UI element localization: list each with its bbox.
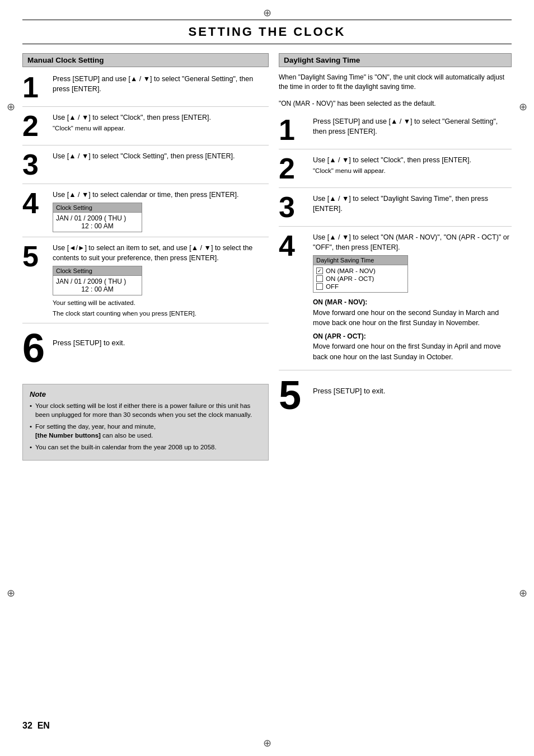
right-step-3-content: Use [▲ / ▼] to select "Daylight Saving T… (313, 192, 512, 214)
dst-option-1-label: ON (MAR - NOV) (326, 267, 376, 274)
dst-exp-1-label: ON (MAR - NOV): (313, 298, 367, 306)
note-item-2-bold: [the Number buttons] (35, 432, 101, 439)
reg-mark-top: ⊕ (263, 7, 271, 19)
dst-option-3: OFF (316, 283, 405, 290)
left-step-5-clock-body: JAN / 01 / 2009 ( THU ) 12 : 00 AM (53, 275, 142, 295)
dst-display-body: ON (MAR - NOV) ON (APR - OCT) OFF (313, 265, 407, 292)
left-step-5-after1: Your setting will be activated. (53, 298, 269, 308)
right-step-1-number: 1 (279, 115, 310, 144)
left-step-5-clock-header: Clock Setting (53, 266, 142, 275)
right-column: Daylight Saving Time When "Daylight Savi… (279, 53, 512, 424)
left-step-5-after2: The clock start counting when you press … (53, 309, 269, 318)
left-step-4-clock-line1: JAN / 01 / 2009 ( THU ) (56, 214, 139, 222)
left-step-3-text: Use [▲ / ▼] to select "Clock Setting", t… (53, 151, 269, 161)
dst-intro-2: "ON (MAR - NOV)" has been selected as th… (279, 99, 512, 109)
left-step-1: 1 Press [SETUP] and use [▲ / ▼] to selec… (22, 73, 269, 107)
dst-header: Daylight Saving Time (279, 53, 512, 67)
right-step-5-number: 5 (279, 375, 310, 415)
left-step-2: 2 Use [▲ / ▼] to select "Clock", then pr… (22, 111, 269, 145)
right-step-5-content: Press [SETUP] to exit. (313, 375, 512, 397)
left-step-3: 3 Use [▲ / ▼] to select "Clock Setting",… (22, 150, 269, 184)
left-step-1-content: Press [SETUP] and use [▲ / ▼] to select … (53, 73, 269, 94)
left-step-2-text: Use [▲ / ▼] to select "Clock", then pres… (53, 112, 269, 123)
left-step-5: 5 Use [◄/►] to select an item to set, an… (22, 242, 269, 323)
right-step-2-sub: "Clock" menu will appear. (313, 166, 512, 176)
dst-explanations: ON (MAR - NOV): Move forward one hour on… (313, 297, 512, 361)
left-step-1-text: Press [SETUP] and use [▲ / ▼] to select … (53, 74, 269, 94)
left-step-2-sub: "Clock" menu will appear. (53, 124, 269, 133)
reg-mark-right-bottom: ⊕ (519, 587, 527, 599)
left-step-6-text: Press [SETUP] to exit. (53, 338, 269, 349)
right-step-4: 4 Use [▲ / ▼] to select "ON (MAR - NOV)"… (279, 231, 512, 370)
right-step-1-text: Press [SETUP] and use [▲ / ▼] to select … (313, 116, 512, 137)
left-step-6-content: Press [SETUP] to exit. (53, 328, 269, 349)
right-step-3-number: 3 (279, 192, 310, 222)
left-step-6: 6 Press [SETUP] to exit. (22, 328, 269, 373)
page-number: 32 EN (22, 721, 50, 731)
left-step-3-number: 3 (22, 150, 49, 179)
right-step-5: 5 Press [SETUP] to exit. (279, 375, 512, 420)
dst-exp-1-text: Move forward one hour on the second Sund… (313, 309, 499, 327)
left-step-4-number: 4 (22, 189, 49, 218)
dst-exp-2-text: Move forward one hour on the first Sunda… (313, 342, 501, 360)
right-step-1-content: Press [SETUP] and use [▲ / ▼] to select … (313, 115, 512, 137)
note-section: Note Your clock setting will be lost if … (22, 384, 269, 461)
right-step-2: 2 Use [▲ / ▼] to select "Clock", then pr… (279, 154, 512, 188)
dst-checkbox-3 (316, 283, 323, 290)
right-step-1: 1 Press [SETUP] and use [▲ / ▼] to selec… (279, 115, 512, 149)
dst-intro-1: When "Daylight Saving Time" is "ON", the… (279, 73, 512, 92)
left-step-4-clock-line2: 12 : 00 AM (56, 222, 139, 230)
left-step-4: 4 Use [▲ / ▼] to select calendar or time… (22, 189, 269, 237)
left-step-4-clock-body: JAN / 01 / 2009 ( THU ) 12 : 00 AM (53, 212, 142, 232)
right-step-2-number: 2 (279, 154, 310, 183)
left-step-5-number: 5 (22, 242, 49, 271)
dst-option-2-label: ON (APR - OCT) (326, 275, 374, 282)
right-step-5-text: Press [SETUP] to exit. (313, 386, 512, 397)
dst-exp-2-label: ON (APR - OCT): (313, 332, 366, 340)
left-column: Manual Clock Setting 1 Press [SETUP] and… (22, 53, 269, 461)
left-step-5-clock-line1: JAN / 01 / 2009 ( THU ) (56, 278, 139, 285)
left-step-5-content: Use [◄/►] to select an item to set, and … (53, 242, 269, 318)
right-step-3-text: Use [▲ / ▼] to select "Daylight Saving T… (313, 194, 512, 214)
dst-checkbox-2 (316, 275, 323, 282)
left-step-4-clock-header: Clock Setting (53, 203, 142, 212)
left-step-4-content: Use [▲ / ▼] to select calendar or time, … (53, 189, 269, 232)
dst-option-2: ON (APR - OCT) (316, 275, 405, 283)
dst-option-1: ON (MAR - NOV) (316, 267, 405, 275)
left-step-1-number: 1 (22, 73, 49, 102)
dst-checkbox-1 (316, 267, 323, 274)
left-step-3-content: Use [▲ / ▼] to select "Clock Setting", t… (53, 150, 269, 161)
dst-exp-1: ON (MAR - NOV): Move forward one hour on… (313, 297, 512, 328)
manual-clock-setting-header: Manual Clock Setting (22, 53, 269, 67)
reg-mark-right-top: ⊕ (519, 101, 527, 113)
right-step-3: 3 Use [▲ / ▼] to select "Daylight Saving… (279, 192, 512, 227)
right-step-2-content: Use [▲ / ▼] to select "Clock", then pres… (313, 154, 512, 176)
note-item-1: Your clock setting will be lost if eithe… (30, 401, 261, 419)
right-step-4-content: Use [▲ / ▼] to select "ON (MAR - NOV)", … (313, 231, 512, 365)
dst-display-header: Daylight Saving Time (313, 256, 407, 265)
left-step-4-text: Use [▲ / ▼] to select calendar or time, … (53, 190, 269, 200)
left-step-4-clock-display: Clock Setting JAN / 01 / 2009 ( THU ) 12… (53, 203, 142, 232)
left-step-2-number: 2 (22, 111, 49, 140)
note-title: Note (30, 390, 261, 398)
left-step-5-clock-line2: 12 : 00 AM (56, 285, 139, 293)
left-step-5-text: Use [◄/►] to select an item to set, and … (53, 243, 269, 263)
dst-option-3-label: OFF (326, 283, 339, 290)
left-step-6-number: 6 (22, 328, 49, 368)
right-step-2-text: Use [▲ / ▼] to select "Clock", then pres… (313, 155, 512, 165)
note-item-2: For setting the day, year, hour and minu… (30, 422, 261, 440)
page-title: SETTING THE CLOCK (22, 20, 512, 44)
right-step-4-text: Use [▲ / ▼] to select "ON (MAR - NOV)", … (313, 232, 512, 252)
reg-mark-bottom: ⊕ (263, 737, 271, 749)
note-item-3: You can set the built-in calendar from t… (30, 443, 261, 452)
left-step-2-content: Use [▲ / ▼] to select "Clock", then pres… (53, 111, 269, 133)
reg-mark-left-bottom: ⊕ (7, 587, 15, 599)
dst-display: Daylight Saving Time ON (MAR - NOV) ON (… (313, 255, 408, 293)
reg-mark-left-top: ⊕ (7, 101, 15, 113)
left-step-5-clock-display: Clock Setting JAN / 01 / 2009 ( THU ) 12… (53, 266, 142, 295)
dst-exp-2: ON (APR - OCT): Move forward one hour on… (313, 331, 512, 362)
right-step-4-number: 4 (279, 231, 310, 260)
note-list: Your clock setting will be lost if eithe… (30, 401, 261, 452)
